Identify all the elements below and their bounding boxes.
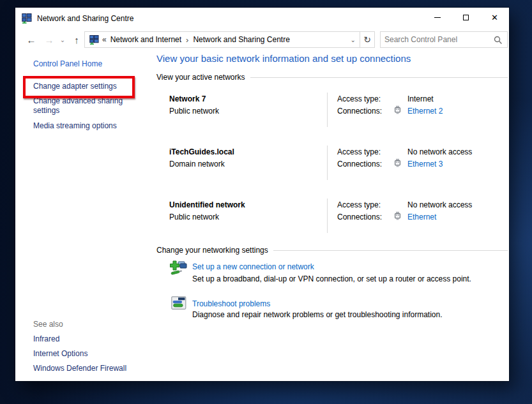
search-input[interactable] — [381, 35, 494, 44]
sidebar-item-media-streaming-options[interactable]: Media streaming options — [33, 121, 117, 130]
section-divider — [250, 77, 508, 78]
sidebar-item-internet-options[interactable]: Internet Options — [33, 349, 87, 358]
network-name: Network 7 — [169, 94, 206, 103]
connections-label: Connections: — [337, 213, 382, 221]
network-name: Unidentified network — [169, 200, 245, 209]
address-dropdown-icon[interactable]: ⌄ — [351, 36, 357, 43]
network-row-itechguides-local: iTechGuides.local Domain network Access … — [156, 147, 508, 181]
network-row-unidentified-network: Unidentified network Public network Acce… — [156, 200, 508, 234]
ethernet-connector-icon — [394, 158, 401, 167]
access-type-label: Access type: — [337, 94, 381, 103]
active-networks-section-header: View your active networks — [156, 73, 508, 82]
ethernet-connector-icon — [394, 211, 401, 220]
network-icon — [89, 35, 99, 45]
breadcrumb-network-and-internet[interactable]: Network and Internet — [110, 35, 181, 44]
address-bar[interactable]: « Network and Internet › Network and Sha… — [84, 31, 360, 48]
access-type-label: Access type: — [337, 147, 381, 156]
networking-settings-section-label: Change your networking settings — [156, 246, 268, 255]
networking-settings-section-header: Change your networking settings — [156, 246, 508, 255]
window-title: Network and Sharing Centre — [37, 14, 133, 23]
section-divider — [273, 250, 508, 251]
network-type: Public network — [169, 213, 219, 221]
column-divider — [327, 146, 328, 180]
connection-link-ethernet[interactable]: Ethernet — [407, 213, 436, 221]
minimize-icon — [434, 17, 441, 18]
connections-label: Connections: — [337, 160, 382, 168]
maximize-icon — [463, 15, 469, 20]
column-divider — [327, 198, 328, 233]
up-button[interactable]: ↑ — [69, 29, 84, 50]
breadcrumb-network-sharing-centre[interactable]: Network and Sharing Centre — [193, 35, 289, 44]
connection-link-ethernet-3[interactable]: Ethernet 3 — [407, 160, 443, 168]
network-type: Domain network — [169, 160, 225, 168]
close-button[interactable]: ✕ — [480, 8, 509, 27]
setup-new-connection-link[interactable]: Set up a new connection or network — [192, 262, 314, 271]
title-bar[interactable]: Network and Sharing Centre ✕ — [15, 8, 509, 29]
access-type-value: No network access — [407, 200, 472, 209]
sidebar-item-change-advanced-sharing-settings[interactable]: Change advanced sharing settings — [33, 96, 141, 116]
navigation-bar: ← → ⌄ ↑ « Network and Internet › Network… — [15, 29, 509, 50]
breadcrumb-separator-icon[interactable]: › — [186, 35, 188, 45]
access-type-value: No network access — [407, 147, 472, 156]
sidebar-item-control-panel-home[interactable]: Control Panel Home — [33, 59, 102, 68]
close-icon: ✕ — [491, 13, 498, 22]
troubleshoot-icon — [171, 296, 186, 310]
troubleshoot-problems-description: Diagnose and repair network problems or … — [192, 310, 443, 319]
active-networks-section-label: View your active networks — [156, 73, 245, 82]
connections-label: Connections: — [337, 107, 382, 116]
history-dropdown-icon[interactable]: ⌄ — [57, 29, 68, 50]
network-name: iTechGuides.local — [169, 147, 234, 156]
troubleshoot-problems-link[interactable]: Troubleshoot problems — [192, 299, 270, 308]
access-type-value: Internet — [407, 94, 434, 103]
sidebar-item-windows-defender-firewall[interactable]: Windows Defender Firewall — [33, 364, 126, 373]
sidebar-item-change-adapter-settings[interactable]: Change adapter settings — [33, 82, 117, 91]
forward-button[interactable]: → — [41, 29, 57, 50]
maximize-button[interactable] — [452, 8, 480, 27]
network-type: Public network — [169, 107, 219, 116]
see-also-heading: See also — [33, 320, 63, 329]
column-divider — [327, 93, 328, 127]
new-connection-icon — [170, 260, 187, 276]
network-sharing-centre-window: Network and Sharing Centre ✕ ← → ⌄ ↑ « N… — [15, 8, 509, 381]
search-icon[interactable] — [494, 36, 502, 44]
sidebar-item-infrared[interactable]: Infrared — [33, 334, 59, 343]
ethernet-connector-icon — [394, 105, 401, 114]
network-row-network-7: Network 7 Public network Access type: In… — [156, 94, 508, 128]
window-controls: ✕ — [423, 8, 509, 27]
page-title: View your basic network information and … — [156, 53, 411, 64]
setup-new-connection-description: Set up a broadband, dial-up or VPN conne… — [192, 274, 471, 283]
connection-link-ethernet-2[interactable]: Ethernet 2 — [407, 107, 443, 116]
back-button[interactable]: ← — [23, 29, 40, 50]
minimize-button[interactable] — [423, 8, 452, 27]
refresh-button[interactable]: ↻ — [360, 31, 375, 48]
desktop: { "window": { "title": "Network and Shar… — [0, 0, 532, 404]
search-box[interactable] — [380, 31, 508, 48]
breadcrumb-collapse-icon[interactable]: « — [102, 35, 107, 44]
access-type-label: Access type: — [337, 200, 381, 209]
network-icon — [22, 13, 32, 24]
